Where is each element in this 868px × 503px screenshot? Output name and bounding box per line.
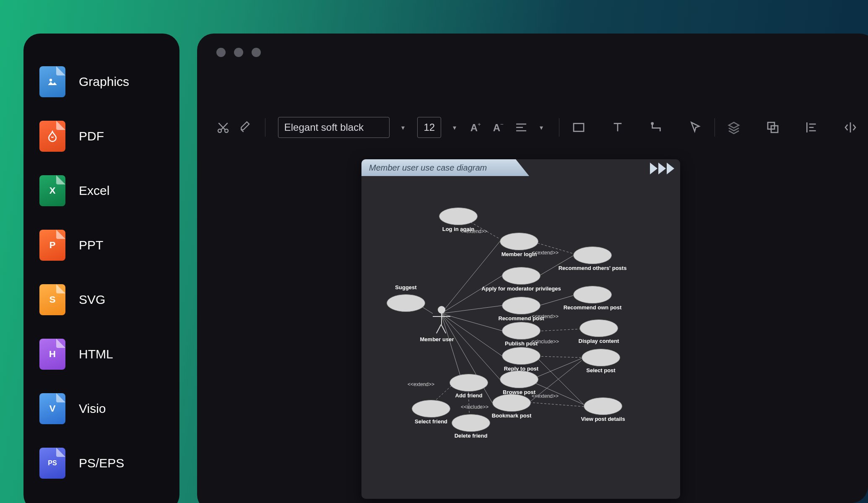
svg-line-28 [529,402,584,407]
svg-point-0 [49,79,52,81]
window-dot[interactable] [216,48,226,57]
export-format-pseps[interactable]: PSPS/EPS [39,436,179,490]
export-format-label: Graphics [79,75,129,89]
svg-line-24 [538,329,580,331]
svg-text:+: + [478,121,481,127]
toolbar-separator [559,118,559,137]
diagram-area[interactable]: Member userLog in againMember loginRecom… [361,180,680,499]
text-icon[interactable] [611,120,624,135]
chevron-down-icon[interactable]: ▾ [540,124,547,132]
usecase-browse[interactable] [500,371,538,388]
cut-icon[interactable] [216,120,230,135]
usecase-select_post[interactable] [582,349,620,366]
export-format-sidebar: GraphicsPDFXExcelPPPTSSVGHHTMLVVisioPSPS… [23,34,179,503]
file-pdf-icon [39,121,65,152]
svg-line-25 [538,356,582,358]
export-format-label: PPT [79,238,103,252]
svg-point-2 [225,129,228,132]
usecase-login_again[interactable] [439,207,478,225]
window-dot[interactable] [234,48,243,57]
usecase-select_friend[interactable] [412,400,450,417]
export-format-label: Visio [79,402,106,416]
align-icon[interactable] [515,120,528,135]
usecase-reply[interactable] [502,347,541,365]
usecase-label: Select friend [415,418,447,425]
file-ppt-icon: P [39,230,65,261]
relation-stereotype: <<include>> [461,404,489,410]
relation-stereotype: <<extend>> [532,314,559,319]
export-format-ppt[interactable]: PPPT [39,218,179,272]
relation-stereotype: <<include>> [531,339,559,345]
usecase-label: Recommend others' posts [559,265,627,271]
usecase-label: Recommend own post [564,304,622,311]
actor-label: Member user [420,336,454,342]
export-format-svg[interactable]: SSVG [39,272,179,327]
toolbar-separator [265,118,265,137]
decrease-font-icon[interactable]: A− [492,120,505,135]
relation-stereotype: <<extend>> [408,381,434,387]
nav-arrows-icon[interactable] [650,163,674,174]
document-title: Member user use case diagram [369,163,487,173]
font-size-select[interactable]: 12 [417,117,441,138]
connector-lines [361,180,680,499]
relation-stereotype: <<extend>> [532,393,559,399]
svg-text:−: − [500,121,504,127]
usecase-rec_own[interactable] [573,286,612,303]
diagram-canvas[interactable]: Member user use case diagram [361,159,680,499]
svg-line-11 [441,241,500,314]
pointer-icon[interactable] [689,120,702,135]
svg-point-8 [652,123,653,124]
editor-window: Elegant soft black ▾ 12 ▾ A+ A− ▾ [197,34,868,503]
window-controls [197,34,868,57]
chevron-down-icon[interactable]: ▾ [401,124,408,132]
export-format-label: PDF [79,129,104,143]
file-graphics-icon [39,66,65,97]
layers-icon[interactable] [727,120,741,135]
usecase-label: View post details [581,416,625,422]
group-icon[interactable] [766,120,780,135]
usecase-bookmark[interactable] [492,394,531,412]
usecase-label: Select post [586,367,615,373]
export-format-excel[interactable]: XExcel [39,163,179,218]
document-title-tab[interactable]: Member user use case diagram [361,159,529,176]
actor-member-user[interactable] [433,306,450,324]
svg-point-1 [218,129,221,132]
usecase-view_details[interactable] [584,397,622,415]
format-painter-icon[interactable] [239,120,252,135]
usecase-label: Add friend [455,392,483,399]
connector-icon[interactable] [650,120,663,135]
svg-text:A: A [493,122,500,133]
file-pseps-icon: PS [39,448,65,479]
export-format-graphics[interactable]: Graphics [39,54,179,109]
export-format-visio[interactable]: VVisio [39,381,179,436]
toolbar: Elegant soft black ▾ 12 ▾ A+ A− ▾ [197,113,868,142]
flip-icon[interactable] [844,120,857,135]
usecase-rec_others[interactable] [573,246,612,264]
relation-stereotype: <<extend>> [532,250,559,256]
chevron-down-icon[interactable]: ▾ [453,124,460,132]
svg-text:A: A [470,122,477,133]
export-format-label: HTML [79,347,113,361]
font-value: Elegant soft black [284,122,364,133]
svg-line-26 [531,358,582,379]
font-select[interactable]: Elegant soft black [278,117,390,138]
usecase-apply_mod[interactable] [502,267,541,285]
file-html-icon: H [39,339,65,370]
usecase-add_friend[interactable] [450,374,488,392]
export-format-html[interactable]: HHTML [39,327,179,381]
file-svg-icon: S [39,284,65,315]
usecase-publish[interactable] [502,322,541,340]
usecase-label: Display content [579,338,619,344]
window-dot[interactable] [252,48,261,57]
export-format-pdf[interactable]: PDF [39,109,179,163]
usecase-suggest[interactable] [387,294,425,312]
usecase-label: Delete friend [455,433,488,439]
align-left-icon[interactable] [805,120,818,135]
usecase-member_login[interactable] [500,233,538,250]
usecase-display[interactable] [580,319,618,337]
usecase-rec_post[interactable] [502,297,541,314]
increase-font-icon[interactable]: A+ [469,120,483,135]
usecase-delete_friend[interactable] [452,414,490,432]
rectangle-icon[interactable] [572,120,585,135]
size-value: 12 [424,122,435,133]
